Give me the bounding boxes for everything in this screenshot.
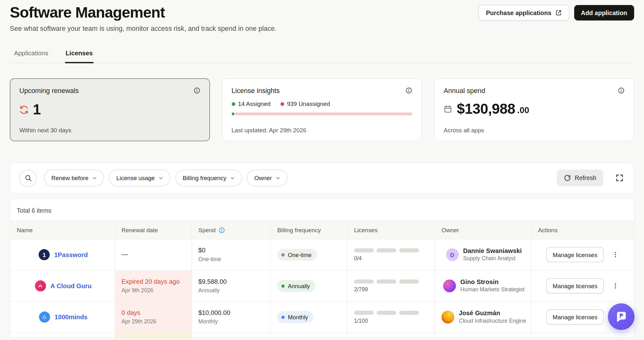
name-cell: 1000minds (10, 302, 115, 332)
column-header-renewal-date: Renewal date (115, 221, 192, 239)
insights-last-updated: Last updated: Apr 29th 2026 (231, 127, 306, 134)
owner-cell: Gino Strosin Human Markets Strategist (435, 271, 531, 301)
licenses-table: Total 6 items Name Renewal date Spend Bi… (10, 198, 634, 338)
licenses-cell: 0/4 (347, 239, 435, 270)
manage-licenses-button[interactable]: Manage licenses (546, 247, 604, 262)
license-insights-title: License insights (231, 87, 280, 95)
annual-spend-card[interactable]: Annual spend $130,988 .00 Across all app… (434, 78, 634, 141)
license-insights-card[interactable]: License insights 14 Assigned 939 Unassig… (222, 78, 422, 141)
filter-renew-before[interactable]: Renew before (44, 169, 104, 186)
fullscreen-icon (615, 173, 624, 182)
assistant-fab-button[interactable] (608, 303, 635, 330)
fullscreen-button[interactable] (614, 173, 625, 183)
badge-dot (281, 315, 285, 319)
owner-name: Gino Strosin (460, 278, 525, 286)
a-cloud-guru-app-icon (35, 280, 46, 291)
owner-cell: D Dannie Swaniawski Supply Chain Analyst (435, 239, 531, 270)
assigned-bar (231, 112, 234, 115)
table-row: 1000minds 0 days Apr 29th 2026 $10,000.0… (10, 302, 634, 333)
refresh-button[interactable]: Refresh (557, 169, 603, 186)
badge-dot (281, 253, 285, 256)
renewal-date-cell (115, 333, 192, 338)
billing-frequency-cell: Annually (271, 271, 347, 301)
app-link-a-cloud-guru[interactable]: A Cloud Guru (51, 282, 92, 290)
filter-billing-frequency-label: Billing frequency (183, 175, 226, 181)
renewal-date-cell: — (115, 239, 192, 270)
billing-badge: One-time (277, 249, 317, 261)
filter-billing-frequency[interactable]: Billing frequency (175, 169, 242, 186)
tab-bar: Applications Licenses (10, 50, 634, 63)
renewal-primary: — (122, 250, 186, 259)
filter-license-usage-label: License usage (116, 175, 155, 181)
badge-dot (281, 284, 285, 287)
renewals-count: 1 (33, 101, 41, 118)
license-count: 2/799 (354, 286, 430, 293)
spend-info-icon[interactable] (219, 227, 225, 233)
unassigned-label: 939 Unassigned (287, 101, 330, 107)
search-icon (24, 174, 32, 182)
purchase-applications-label: Purchase applications (486, 9, 551, 16)
owner-role: Cloud Infrastructure Engine (459, 317, 526, 325)
chevron-down-icon (275, 175, 281, 181)
upcoming-renewals-card[interactable]: Upcoming renewals 1 Within next 30 days (10, 78, 210, 141)
manage-licenses-button[interactable]: Manage licenses (546, 310, 604, 325)
owner-name: Dannie Swaniawski (463, 247, 522, 255)
info-icon[interactable] (193, 87, 200, 94)
billing-badge: Monthly (277, 311, 314, 323)
table-row: 1 1Password — $0 One-time One-time 0/4 D… (10, 239, 634, 270)
billing-label: Monthly (288, 314, 308, 321)
name-cell: A Cloud Guru (10, 271, 115, 301)
annual-spend-fraction: .00 (517, 106, 529, 117)
insights-legend: 14 Assigned 939 Unassigned (231, 101, 413, 107)
page-subtitle: See what software your team is using, mo… (10, 25, 276, 32)
guide-flag-icon (614, 310, 628, 323)
spend-cell: $0 One-time (192, 239, 271, 270)
search-button[interactable] (19, 169, 36, 187)
app-link-1password[interactable]: 1Password (54, 251, 88, 259)
renewal-date-cell: Expired 20 days ago Apr 9th 2026 (115, 271, 192, 301)
licenses-cell: 2/799 (347, 271, 435, 301)
chevron-down-icon (92, 175, 97, 181)
kebab-menu-button[interactable] (610, 250, 621, 260)
tab-applications[interactable]: Applications (13, 50, 49, 63)
avatar (443, 279, 456, 292)
page-title: Software Management (10, 4, 276, 21)
table-row: A Cloud Guru Expired 20 days ago Apr 9th… (10, 271, 634, 302)
1000minds-app-icon (39, 311, 50, 322)
billing-label: Annually (288, 282, 310, 289)
chevron-down-icon (158, 175, 164, 181)
table-total-count: Total 6 items (10, 199, 634, 221)
chevron-down-icon (230, 175, 235, 181)
software-management-page: Software Management See what software yo… (0, 0, 644, 340)
filter-license-usage[interactable]: License usage (109, 169, 170, 186)
spend-header-label: Spend (198, 227, 216, 233)
tab-licenses[interactable]: Licenses (65, 50, 94, 63)
purchase-applications-button[interactable]: Purchase applications (479, 5, 569, 21)
add-application-button[interactable]: Add application (574, 5, 634, 21)
table-row-partial (10, 333, 634, 338)
filter-owner[interactable]: Owner (247, 169, 287, 186)
license-count: 0/4 (354, 255, 430, 261)
license-usage-bar (231, 112, 413, 115)
info-icon[interactable] (406, 87, 413, 94)
spend-primary: $0 (198, 246, 265, 255)
refresh-label: Refresh (575, 174, 597, 181)
license-usage-segments (354, 248, 430, 252)
kebab-menu-button[interactable] (610, 281, 621, 291)
column-header-actions: Actions (531, 221, 634, 239)
avatar: D (446, 248, 458, 261)
spend-secondary: One-time (198, 255, 265, 263)
summary-cards: Upcoming renewals 1 Within next 30 days … (10, 78, 634, 141)
annual-spend-amount: $130,988 (457, 101, 515, 117)
app-link-1000minds[interactable]: 1000minds (55, 313, 88, 321)
info-icon[interactable] (618, 87, 625, 94)
manage-licenses-button[interactable]: Manage licenses (546, 278, 604, 293)
1password-app-icon: 1 (39, 249, 50, 260)
column-header-billing-frequency: Billing frequency (271, 221, 347, 239)
filter-owner-label: Owner (254, 175, 272, 181)
license-usage-segments (354, 310, 430, 315)
spend-caption: Across all apps (444, 127, 484, 134)
renewal-secondary: Apr 9th 2026 (122, 287, 186, 295)
billing-badge: Annually (277, 280, 315, 292)
renewal-primary: Expired 20 days ago (122, 277, 186, 286)
